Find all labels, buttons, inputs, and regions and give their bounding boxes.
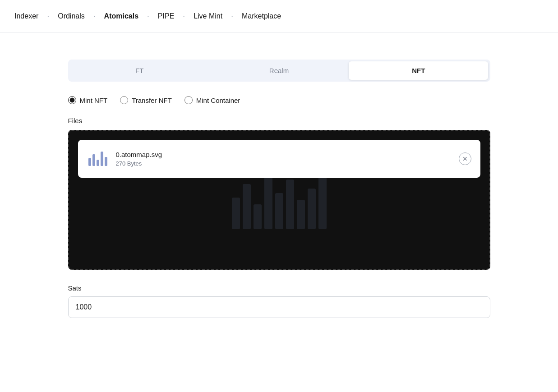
sats-label: Sats	[68, 284, 490, 292]
tab-nft[interactable]: NFT	[349, 61, 488, 80]
drop-zone-watermark	[232, 171, 327, 229]
radio-transfer-nft-label: Transfer NFT	[132, 97, 172, 104]
radio-mint-container[interactable]: Mint Container	[184, 96, 240, 104]
radio-mint-container-label: Mint Container	[196, 97, 240, 104]
file-name: 0.atommap.svg	[116, 151, 459, 158]
file-icon	[87, 148, 109, 170]
sats-section: Sats	[68, 284, 490, 318]
nav-live-mint[interactable]: Live Mint	[194, 12, 222, 20]
files-label: Files	[68, 117, 490, 125]
nav-atomicals[interactable]: Atomicals	[104, 12, 138, 20]
sats-input[interactable]	[68, 296, 490, 318]
radio-mint-nft-label: Mint NFT	[80, 97, 108, 104]
file-size: 270 Bytes	[116, 160, 459, 167]
file-remove-button[interactable]: ✕	[459, 152, 471, 165]
nav-marketplace[interactable]: Marketplace	[242, 12, 281, 20]
nav-dot-2: •	[94, 14, 95, 18]
nav-pipe[interactable]: PIPE	[158, 12, 174, 20]
radio-transfer-nft[interactable]: Transfer NFT	[120, 96, 172, 104]
tab-group: FT Realm NFT	[68, 60, 490, 82]
file-card: 0.atommap.svg 270 Bytes ✕	[78, 140, 480, 178]
radio-mint-nft[interactable]: Mint NFT	[68, 96, 108, 104]
nav-dot-4: •	[183, 14, 184, 18]
tab-realm[interactable]: Realm	[209, 61, 349, 80]
radio-group: Mint NFT Transfer NFT Mint Container	[68, 96, 490, 104]
file-info: 0.atommap.svg 270 Bytes	[116, 151, 459, 167]
tab-ft[interactable]: FT	[70, 61, 209, 80]
nav-indexer[interactable]: Indexer	[14, 12, 38, 20]
nav-dot-1: •	[47, 14, 49, 18]
nav-dot-5: •	[231, 14, 233, 18]
main-content: FT Realm NFT Mint NFT Transfer NFT Mint …	[54, 32, 505, 336]
navigation: Indexer • Ordinals • Atomicals • PIPE • …	[0, 0, 558, 32]
nav-dot-3: •	[148, 14, 149, 18]
nav-ordinals[interactable]: Ordinals	[58, 12, 85, 20]
file-drop-zone[interactable]: 0.atommap.svg 270 Bytes ✕	[68, 130, 490, 270]
